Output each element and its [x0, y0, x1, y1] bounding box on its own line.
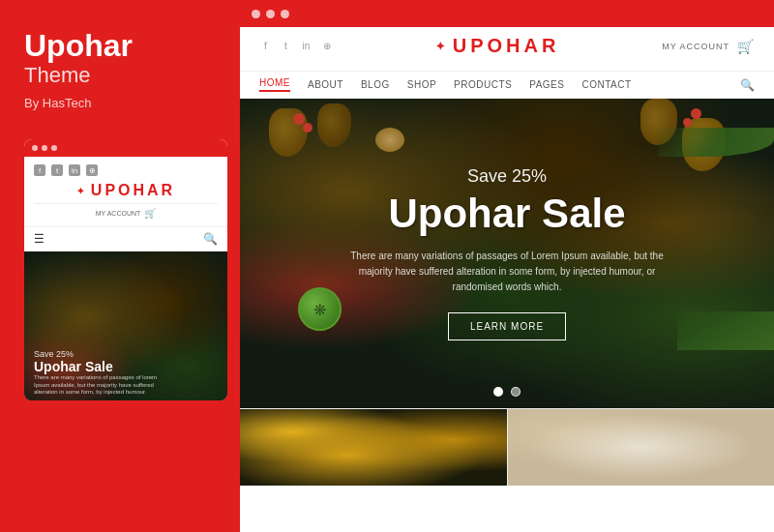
theme-subtitle: Theme	[24, 63, 216, 88]
desktop-hero: ❋ Save 25% Upohar Sale There are many va…	[240, 99, 774, 408]
mobile-search-icon[interactable]: 🔍	[203, 232, 218, 246]
mobile-my-account-label: MY ACCOUNT	[96, 210, 141, 217]
desktop-header-right: MY ACCOUNT 🛒	[662, 39, 755, 54]
hero-description: There are many variations of passages of…	[338, 249, 676, 295]
desktop-other-icon[interactable]: ⊕	[320, 40, 333, 52]
berry-2	[303, 123, 313, 133]
mobile-hero-content: Save 25% Upohar Sale There are many vari…	[34, 349, 160, 397]
desktop-top-bar	[240, 0, 774, 27]
berry-4	[683, 118, 692, 127]
slider-dot-2[interactable]	[511, 387, 521, 397]
hero-content: Save 25% Upohar Sale There are many vari…	[338, 166, 676, 340]
desktop-cart-icon[interactable]: 🛒	[737, 39, 755, 54]
desktop-nav-blog[interactable]: BLOG	[361, 79, 390, 90]
desktop-social-icons: f t in ⊕	[259, 40, 333, 52]
desktop-facebook-icon[interactable]: f	[259, 40, 272, 52]
desktop-instagram-icon[interactable]: in	[300, 40, 313, 52]
desktop-nav-products[interactable]: PRODUCTS	[454, 79, 512, 90]
desktop-header: f t in ⊕ ✦ UPOHAR MY ACCOUNT 🛒	[240, 27, 774, 72]
mobile-account-row: MY ACCOUNT 🛒	[34, 203, 218, 219]
slider-dots	[493, 387, 521, 397]
mobile-hamburger-icon[interactable]: ☰	[34, 232, 45, 246]
mobile-social-icons: f t in ⊕	[34, 164, 218, 176]
theme-title: Upohar	[24, 29, 216, 63]
mobile-save-text: Save 25%	[34, 349, 160, 359]
mobile-sale-desc: There are many variations of passages of…	[34, 374, 160, 397]
berry-1	[293, 113, 305, 125]
desktop-thumbnails	[240, 408, 774, 486]
desktop-header-top: f t in ⊕ ✦ UPOHAR MY ACCOUNT 🛒	[259, 35, 755, 57]
mobile-hero: Save 25% Upohar Sale There are many vari…	[24, 251, 227, 400]
desktop-nav-home[interactable]: HOME	[259, 77, 290, 92]
desktop-nav-about[interactable]: ABOUT	[308, 79, 343, 90]
desktop-nav-pages[interactable]: PAGES	[529, 79, 564, 90]
mobile-top-bar	[24, 139, 227, 157]
hero-title: Upohar Sale	[338, 191, 676, 237]
desktop-dot-3	[281, 10, 289, 18]
mobile-twitter-icon[interactable]: t	[51, 164, 63, 176]
berry-3	[691, 108, 701, 119]
theme-by: By HasTech	[24, 96, 216, 110]
desktop-nav-search-icon[interactable]: 🔍	[740, 78, 756, 92]
thumbnail-1[interactable]	[240, 409, 507, 486]
mobile-logo: ✦ UPOHAR	[34, 182, 218, 199]
mobile-logo-icon: ✦	[76, 186, 87, 196]
desktop-twitter-icon[interactable]: t	[280, 40, 292, 52]
mobile-instagram-icon[interactable]: in	[69, 164, 80, 176]
mobile-dot-1	[32, 145, 38, 151]
desktop-my-account-label: MY ACCOUNT	[662, 42, 729, 51]
mobile-facebook-icon[interactable]: f	[34, 164, 45, 176]
mobile-dot-3	[51, 145, 57, 151]
desktop-dot-1	[252, 10, 260, 18]
mobile-header: f t in ⊕ ✦ UPOHAR MY ACCOUNT 🛒	[24, 157, 227, 227]
thumbnail-2[interactable]	[507, 409, 775, 486]
hero-save-text: Save 25%	[338, 166, 676, 187]
desktop-logo-star-icon: ✦	[435, 40, 449, 53]
mobile-cart-icon[interactable]: 🛒	[144, 208, 156, 219]
desktop-dot-2	[266, 10, 275, 18]
walnut	[375, 128, 404, 152]
mobile-other-icon[interactable]: ⊕	[86, 164, 98, 176]
hero-learn-more-button[interactable]: LEARN MORE	[448, 312, 566, 340]
mobile-dot-2	[42, 145, 47, 151]
left-panel: Upohar Theme By HasTech f t in ⊕ ✦ UPOHA…	[0, 0, 240, 532]
desktop-nav: HOME ABOUT BLOG SHOP PRODUCTS PAGES CONT…	[240, 72, 774, 99]
mobile-sale-title: Upohar Sale	[34, 359, 160, 374]
desktop-nav-shop[interactable]: SHOP	[407, 79, 436, 90]
mobile-nav-row: ☰ 🔍	[24, 227, 227, 251]
desktop-mockup: f t in ⊕ ✦ UPOHAR MY ACCOUNT 🛒 HOME ABOU…	[240, 0, 774, 532]
desktop-nav-contact[interactable]: CONTACT	[581, 79, 631, 90]
ornament: ❋	[298, 287, 342, 331]
slider-dot-1[interactable]	[493, 387, 503, 397]
mobile-mockup: f t in ⊕ ✦ UPOHAR MY ACCOUNT 🛒 ☰ 🔍	[24, 139, 227, 400]
desktop-logo: ✦ UPOHAR	[435, 35, 560, 57]
pine-branch-bottom-right	[677, 311, 774, 350]
